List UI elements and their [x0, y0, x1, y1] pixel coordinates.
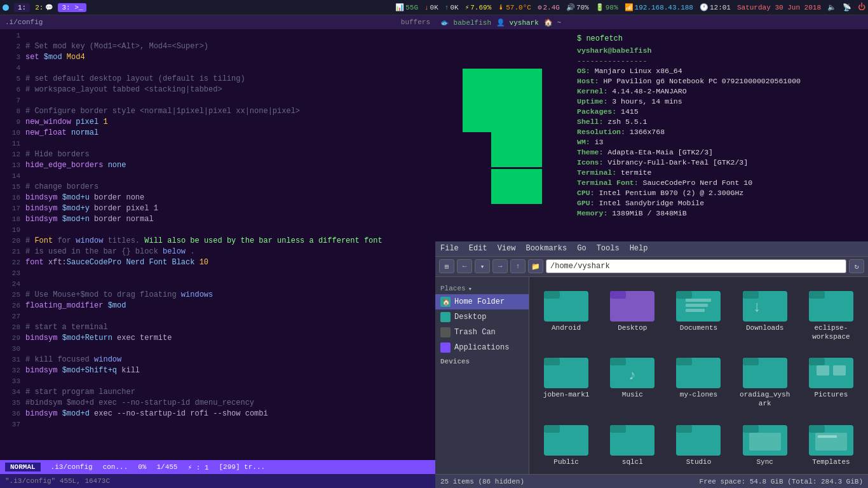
speaker-icon: 🔈 [827, 3, 836, 11]
neofetch-shell: Shell: zsh 5.5.1 [577, 117, 863, 127]
code-line: 1 [0, 30, 435, 41]
sidebar-item-home-label: Home Folder [454, 297, 505, 306]
time-stat: 🕐 12:01 [700, 3, 731, 11]
network-stat: 📶 192.168.43.188 [625, 3, 693, 11]
terminal-area: 🐟 babelfish 👤 vyshark 🏠 ~ [435, 15, 868, 241]
code-line: 37 [0, 419, 435, 430]
terminal-tab-babelfish[interactable]: 🐟 babelfish [440, 18, 491, 27]
file-sync[interactable]: Sync [733, 416, 797, 469]
neofetch-kernel: Kernel: 4.14.48-2-MANJARO [577, 86, 863, 97]
ascii-svg [463, 62, 545, 208]
editor-titlebar: .i/config buffers [0, 15, 435, 29]
fm-file-grid: Android Desktop [529, 277, 868, 474]
neofetch-uptime: Uptime: 3 hours, 14 mins [577, 97, 863, 107]
date-display: Saturday 30 Jun 2018 [737, 4, 821, 11]
fm-menu-view[interactable]: View [498, 244, 516, 253]
file-desktop[interactable]: Desktop [600, 282, 664, 344]
fm-grid-view-btn[interactable]: ⊞ [439, 259, 454, 273]
neofetch-body: $ neofetch vyshark@babelfish -----------… [435, 29, 868, 241]
file-public[interactable]: Public [534, 416, 598, 469]
neofetch-gpu: GPU: Intel Sandybridge Mobile [577, 198, 863, 208]
svg-rect-33 [817, 365, 829, 376]
file-pictures[interactable]: Pictures [799, 349, 863, 411]
signal-icon: 📡 [843, 3, 851, 11]
svg-rect-15 [686, 304, 708, 307]
fm-back-btn[interactable]: ← [457, 259, 472, 273]
file-sqlcl[interactable]: sqlcl [600, 416, 664, 469]
sidebar-item-home[interactable]: 🏠 Home Folder [435, 294, 529, 309]
svg-rect-23 [544, 358, 560, 365]
file-joben[interactable]: joben-mark1 [534, 349, 598, 411]
fm-places-section: Places ▾ [435, 282, 529, 294]
fm-refresh-btn[interactable]: ↻ [849, 259, 864, 273]
svg-rect-18 [743, 291, 759, 299]
sidebar-item-desktop[interactable]: Desktop [435, 309, 529, 325]
code-line: 6# workspace_layout tabbed <stacking|tab… [0, 85, 435, 95]
neofetch-icons: Icons: Vibrancy-Full-Dark-Teal [GTK2/3] [577, 158, 863, 168]
file-downloads[interactable]: ↓ Downloads [733, 282, 797, 344]
code-line: 12# Hide borders [0, 149, 435, 160]
neofetch-packages: Packages: 1415 [577, 107, 863, 117]
file-eclipse[interactable]: eclipse-workspace [799, 282, 863, 344]
neofetch-memory: Memory: 1389MiB / 3848MiB [577, 208, 863, 219]
editor-content[interactable]: 1 2# Set mod key (Mod1=<Alt>, Mod4=<Supe… [0, 29, 435, 460]
fm-address-text: /home/vyshark [550, 262, 610, 271]
file-studio[interactable]: Studio [667, 416, 730, 469]
file-android[interactable]: Android [534, 282, 598, 344]
fm-back-dropdown-btn[interactable]: ▾ [475, 259, 490, 273]
neofetch-os: OS: Manjaro Linux x86_64 [577, 66, 863, 76]
svg-rect-9 [544, 291, 560, 299]
fm-menu-go[interactable]: Go [577, 244, 586, 253]
terminal-tab-vyshark[interactable]: 👤 vyshark [496, 18, 539, 27]
terminal-tab-home[interactable]: 🏠 ~ [544, 18, 561, 27]
android-folder-icon [544, 285, 588, 322]
file-myclones[interactable]: my-clones [667, 349, 730, 411]
fm-body: Places ▾ 🏠 Home Folder Desktop Trash Can [435, 277, 868, 474]
arrow-up-icon: ↑ [445, 4, 449, 11]
editor-info: con... [103, 463, 128, 471]
right-panel: 🐟 babelfish 👤 vyshark 🏠 ~ [435, 15, 868, 488]
code-line: 20# Font for window titles. Will also be… [0, 236, 435, 247]
file-documents[interactable]: Documents [667, 282, 730, 344]
fm-menu-help[interactable]: Help [630, 244, 648, 253]
file-templates[interactable]: Templates [799, 416, 863, 469]
fm-toolbar: ⊞ ← ▾ → ↑ 📁 /home/vyshark ↻ [435, 257, 868, 277]
fm-menu-file[interactable]: File [440, 244, 459, 253]
buffers-label: buffers [401, 18, 430, 26]
code-line: 27 [0, 311, 435, 322]
fm-menu-bookmarks[interactable]: Bookmarks [526, 244, 567, 253]
code-line: 4 [0, 63, 435, 74]
editor-mode: NORMAL [5, 463, 41, 471]
code-line: 7 [0, 95, 435, 106]
workspace-1[interactable]: 1: [14, 3, 30, 12]
sidebar-item-trash[interactable]: Trash Can [435, 325, 529, 340]
trash-icon [440, 327, 451, 337]
fm-menu-tools[interactable]: Tools [597, 244, 620, 253]
neofetch-terminal: 🐟 babelfish 👤 vyshark 🏠 ~ [435, 15, 868, 241]
file-music[interactable]: ♪ Music [600, 349, 664, 411]
code-line: 23 [0, 268, 435, 279]
sidebar-item-applications[interactable]: Applications [435, 340, 529, 355]
arrow-down-icon: ↓ [424, 4, 429, 11]
editor-file-status: .i3/config [51, 463, 93, 471]
downloads-label: Downloads [746, 323, 783, 332]
svg-rect-32 [809, 358, 825, 365]
file-oradiag[interactable]: oradiag_vyshark [733, 349, 797, 411]
svg-rect-40 [676, 425, 692, 433]
templates-folder-icon [809, 419, 853, 456]
sidebar-item-desktop-label: Desktop [454, 313, 486, 322]
code-line: 32bindsym $mod+Shift+q kill [0, 365, 435, 376]
neofetch-terminal: Terminal: termite [577, 168, 863, 178]
fm-up-btn[interactable]: ↑ [510, 259, 526, 273]
code-line: 28# start a terminal [0, 322, 435, 333]
memory-icon: 📊 [395, 3, 404, 11]
fm-devices-section: Devices [435, 355, 529, 367]
workspace-3[interactable]: 3: >_ [58, 3, 86, 12]
clock-icon: 🕐 [700, 3, 709, 11]
fm-forward-btn[interactable]: → [492, 259, 508, 273]
svg-rect-42 [743, 425, 759, 433]
sqlcl-label: sqlcl [622, 458, 643, 466]
fm-menu-edit[interactable]: Edit [469, 244, 487, 253]
fm-addressbar[interactable]: /home/vyshark [546, 259, 846, 273]
fm-location-btn[interactable]: 📁 [528, 259, 543, 273]
